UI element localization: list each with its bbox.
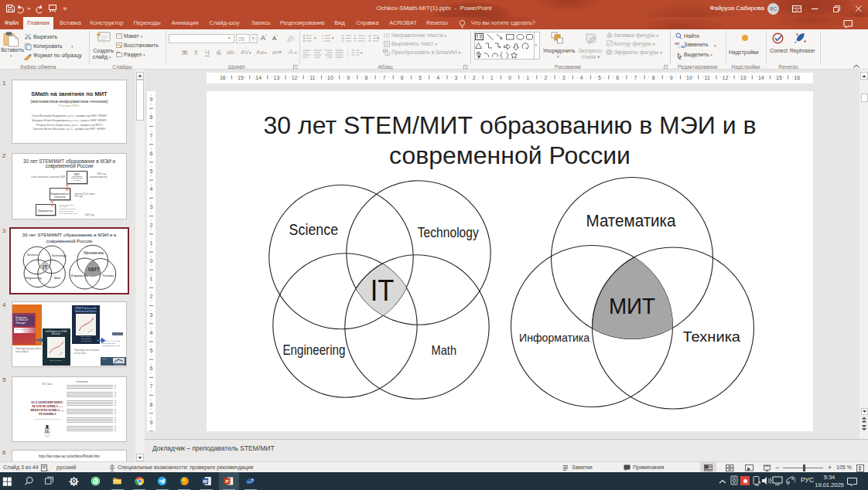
svg-text:5: 5: [150, 348, 153, 353]
svg-text:6: 6: [616, 75, 619, 80]
svg-text:14: 14: [758, 75, 764, 80]
svg-text:3: 3: [150, 204, 153, 209]
svg-text:4: 4: [150, 186, 153, 192]
svg-text:Информатика: Информатика: [519, 331, 590, 344]
svg-text:5: 5: [150, 168, 153, 174]
svg-text:6: 6: [401, 75, 404, 80]
svg-text:Math: Math: [54, 277, 60, 280]
svg-text:10: 10: [327, 75, 333, 80]
svg-text:9: 9: [150, 420, 153, 425]
svg-text:Science: Science: [289, 221, 339, 238]
svg-text:5: 5: [419, 75, 422, 80]
svg-text:Математика: Математика: [84, 251, 104, 255]
svg-text:6: 6: [150, 151, 153, 156]
svg-text:Science: Science: [27, 253, 39, 257]
svg-text:IT: IT: [43, 264, 48, 271]
svg-text:Math: Math: [432, 344, 457, 357]
svg-text:30 лет STEM/МИТ образованию в: 30 лет STEM/МИТ образованию в МЭИ и в: [22, 232, 116, 237]
svg-text:16: 16: [220, 75, 226, 80]
svg-text:10: 10: [686, 75, 692, 80]
svg-text:13: 13: [274, 75, 280, 80]
svg-text:IT: IT: [371, 274, 395, 307]
svg-text:8: 8: [150, 114, 153, 120]
svg-text:МИТ: МИТ: [609, 293, 655, 318]
svg-text:12: 12: [723, 75, 729, 80]
svg-text:1: 1: [490, 75, 494, 80]
svg-text:Engineering: Engineering: [282, 342, 345, 358]
svg-text:11: 11: [705, 75, 710, 80]
svg-text:1: 1: [150, 240, 153, 246]
svg-text:3: 3: [562, 75, 566, 80]
svg-text:9: 9: [150, 97, 153, 102]
svg-text:13: 13: [740, 75, 747, 80]
svg-text:3: 3: [150, 312, 153, 318]
svg-text:9: 9: [670, 75, 673, 80]
svg-text:0: 0: [150, 258, 153, 264]
svg-text:11: 11: [309, 75, 315, 80]
svg-text:4: 4: [580, 75, 583, 80]
svg-text:16: 16: [794, 75, 800, 80]
svg-text:2: 2: [150, 223, 153, 228]
svg-text:15: 15: [776, 75, 782, 80]
svg-text:Математика: Математика: [586, 211, 676, 230]
svg-text:Техника: Техника: [102, 274, 114, 277]
svg-text:0: 0: [508, 75, 511, 80]
svg-text:5: 5: [598, 75, 601, 80]
svg-text:12: 12: [292, 75, 298, 80]
svg-text:2: 2: [150, 294, 153, 299]
svg-text:7: 7: [150, 383, 153, 389]
svg-text:4: 4: [150, 330, 153, 335]
svg-text:2: 2: [473, 75, 476, 80]
svg-text:Technology: Technology: [52, 254, 67, 257]
svg-text:7: 7: [383, 75, 386, 80]
svg-text:Engineering: Engineering: [26, 277, 41, 280]
svg-text:Техника: Техника: [683, 328, 741, 345]
svg-text:15: 15: [238, 75, 244, 80]
svg-text:Информатика: Информатика: [71, 274, 88, 277]
svg-text:8: 8: [364, 75, 367, 80]
svg-text:8: 8: [652, 75, 655, 80]
svg-text:современной России: современной России: [46, 238, 92, 243]
svg-text:14: 14: [255, 75, 261, 80]
svg-text:2: 2: [544, 75, 547, 80]
svg-text:4: 4: [436, 75, 439, 80]
svg-text:8: 8: [150, 402, 153, 407]
svg-text:3: 3: [454, 75, 457, 80]
svg-text:W: W: [203, 478, 207, 484]
svg-text:9: 9: [347, 75, 350, 80]
svg-text:6: 6: [150, 366, 153, 371]
svg-text:P: P: [225, 478, 228, 484]
svg-text:7: 7: [150, 133, 153, 138]
svg-text:МИТ: МИТ: [88, 267, 101, 272]
svg-text:Technology: Technology: [418, 225, 479, 240]
svg-text:1: 1: [150, 276, 153, 281]
svg-text:7: 7: [634, 75, 637, 80]
svg-text:1: 1: [526, 75, 529, 80]
